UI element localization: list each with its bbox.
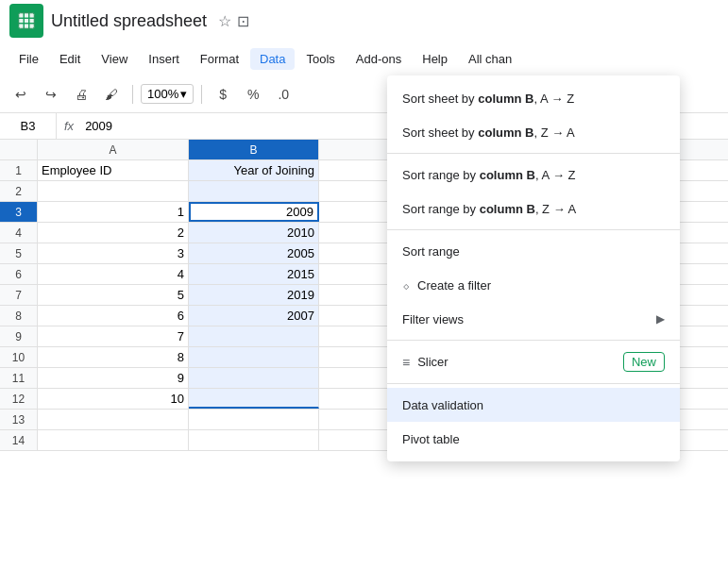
menu-tools[interactable]: Tools xyxy=(296,48,344,70)
cell-b13[interactable] xyxy=(189,410,319,429)
cell-a9[interactable]: 7 xyxy=(38,326,189,346)
col-header-a[interactable]: A xyxy=(38,140,189,159)
menu-addons[interactable]: Add-ons xyxy=(347,48,411,70)
slicer-icon: ≡ xyxy=(402,355,410,370)
cell-a4[interactable]: 2 xyxy=(38,223,189,243)
row-num-4: 4 xyxy=(0,223,38,243)
redo-button[interactable]: ↪ xyxy=(38,81,64,108)
filter-icon: ⬦ xyxy=(402,277,410,293)
cell-a1[interactable]: Employee ID xyxy=(38,160,189,180)
row-num-3: 3 xyxy=(0,202,38,222)
create-filter-item[interactable]: ⬦ Create a filter xyxy=(387,268,680,302)
row-num-13: 13 xyxy=(0,410,38,429)
row-num-8: 8 xyxy=(0,306,38,326)
cell-b10[interactable] xyxy=(189,347,319,367)
currency-button[interactable]: $ xyxy=(210,81,236,108)
menu-help[interactable]: Help xyxy=(413,48,457,70)
percent-button[interactable]: % xyxy=(240,81,266,108)
cell-b5[interactable]: 2005 xyxy=(189,243,319,263)
cell-a2[interactable] xyxy=(38,181,189,201)
cell-b2[interactable] xyxy=(189,181,319,201)
sort-range-za-label: Sort range by column B, Z → A xyxy=(402,202,576,216)
row-num-6: 6 xyxy=(0,264,38,284)
sort-range-z-a[interactable]: Sort range by column B, Z → A xyxy=(387,192,680,226)
row-num-11: 11 xyxy=(0,368,38,388)
toolbar-separator-2 xyxy=(201,85,202,104)
undo-button[interactable]: ↩ xyxy=(8,81,34,108)
menu-format[interactable]: Format xyxy=(191,48,248,70)
data-dropdown-menu: Sort sheet by column B, A → Z Sort sheet… xyxy=(387,75,680,461)
title-icons: ☆ ⊡ xyxy=(218,12,249,30)
data-validation-item[interactable]: Data validation xyxy=(387,388,680,422)
cell-a7[interactable]: 5 xyxy=(38,285,189,305)
col-header-b[interactable]: B xyxy=(189,140,319,159)
cell-a12[interactable]: 10 xyxy=(38,389,189,409)
cell-b1[interactable]: Year of Joining xyxy=(189,160,319,180)
cell-a5[interactable]: 3 xyxy=(38,243,189,263)
menu-data[interactable]: Data xyxy=(250,48,295,70)
row-num-9: 9 xyxy=(0,326,38,346)
cell-a11[interactable]: 9 xyxy=(38,368,189,388)
cell-b11[interactable] xyxy=(189,368,319,388)
sort-sheet-az-label: Sort sheet by column B, A → Z xyxy=(402,92,574,106)
cell-reference[interactable]: B3 xyxy=(0,113,57,139)
menu-bar: File Edit View Insert Format Data Tools … xyxy=(0,42,728,75)
decimal-button[interactable]: .0 xyxy=(270,81,296,108)
row-num-10: 10 xyxy=(0,347,38,367)
star-icon[interactable]: ☆ xyxy=(218,12,231,30)
row-num-7: 7 xyxy=(0,285,38,305)
print-button[interactable]: 🖨 xyxy=(68,81,94,108)
menu-file[interactable]: File xyxy=(9,48,48,70)
cell-a10[interactable]: 8 xyxy=(38,347,189,367)
cell-b7[interactable]: 2019 xyxy=(189,285,319,305)
app-icon xyxy=(9,4,43,38)
new-badge: New xyxy=(623,352,665,372)
separator-1 xyxy=(387,153,680,154)
sort-sheet-z-a[interactable]: Sort sheet by column B, Z → A xyxy=(387,115,680,149)
separator-3 xyxy=(387,340,680,341)
cell-b4[interactable]: 2010 xyxy=(189,223,319,243)
cell-a3[interactable]: 1 xyxy=(38,202,189,222)
sort-range-az-label: Sort range by column B, A → Z xyxy=(402,168,576,182)
sort-range-a-z[interactable]: Sort range by column B, A → Z xyxy=(387,158,680,192)
create-filter-text: Create a filter xyxy=(417,278,491,293)
sort-sheet-a-z[interactable]: Sort sheet by column B, A → Z xyxy=(387,81,680,115)
corner-cell xyxy=(0,140,38,159)
cell-b6[interactable]: 2015 xyxy=(189,264,319,284)
sort-sheet-za-label: Sort sheet by column B, Z → A xyxy=(402,126,575,140)
toolbar-separator-1 xyxy=(132,85,133,104)
cell-a14[interactable] xyxy=(38,430,189,450)
cell-b9[interactable] xyxy=(189,326,319,346)
data-validation-text: Data validation xyxy=(402,398,483,412)
sort-range-item[interactable]: Sort range xyxy=(387,234,680,268)
pivot-table-text: Pivot table xyxy=(402,432,460,446)
folder-icon[interactable]: ⊡ xyxy=(237,12,249,30)
cell-a13[interactable] xyxy=(38,410,189,429)
row-num-12: 12 xyxy=(0,389,38,409)
zoom-control[interactable]: 100% ▾ xyxy=(141,84,194,104)
row-num-14: 14 xyxy=(0,430,38,450)
separator-4 xyxy=(387,383,680,384)
filter-views-item[interactable]: Filter views ▶ xyxy=(387,302,680,336)
paint-format-button[interactable]: 🖌 xyxy=(98,81,125,108)
row-num-5: 5 xyxy=(0,243,38,263)
cell-a8[interactable]: 6 xyxy=(38,306,189,326)
title-bar: Untitled spreadsheet ☆ ⊡ xyxy=(0,0,728,42)
submenu-arrow: ▶ xyxy=(656,312,665,326)
cell-a6[interactable]: 4 xyxy=(38,264,189,284)
menu-view[interactable]: View xyxy=(92,48,137,70)
spreadsheet-title: Untitled spreadsheet xyxy=(51,11,207,31)
cell-b14[interactable] xyxy=(189,430,319,450)
row-num-1: 1 xyxy=(0,160,38,180)
svg-rect-0 xyxy=(19,13,35,29)
menu-allchan[interactable]: All chan xyxy=(459,48,521,70)
pivot-table-item[interactable]: Pivot table xyxy=(387,422,680,456)
cell-b8[interactable]: 2007 xyxy=(189,306,319,326)
menu-insert[interactable]: Insert xyxy=(139,48,189,70)
slicer-item[interactable]: ≡ Slicer New xyxy=(387,344,680,379)
zoom-arrow: ▾ xyxy=(180,87,187,101)
menu-edit[interactable]: Edit xyxy=(50,48,90,70)
cell-b12[interactable] xyxy=(189,389,319,409)
cell-b3[interactable]: 2009 xyxy=(189,202,319,222)
slicer-text: Slicer xyxy=(417,355,449,369)
